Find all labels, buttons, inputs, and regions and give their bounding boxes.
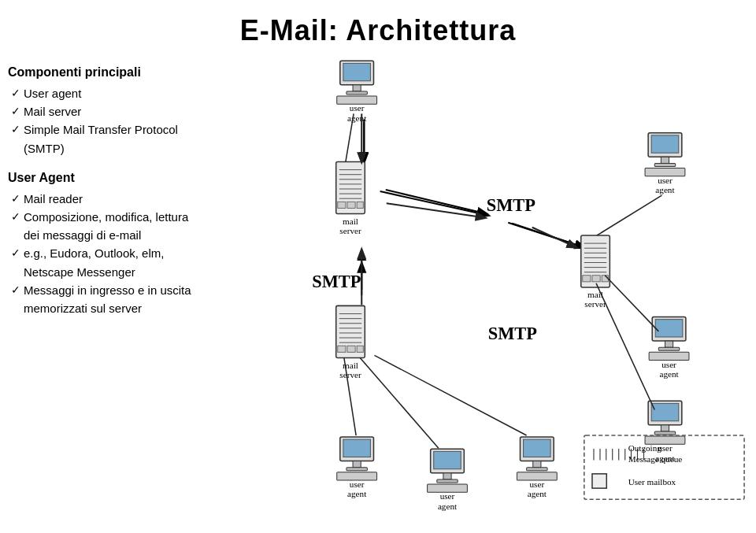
mail-server-2: mail server xyxy=(336,305,365,379)
svg-text:Outgoing: Outgoing xyxy=(628,443,662,453)
svg-text:agent: agent xyxy=(438,502,458,511)
user-agent-top: user agent xyxy=(337,61,377,122)
svg-rect-85 xyxy=(437,479,458,483)
svg-rect-55 xyxy=(651,135,679,153)
svg-rect-23 xyxy=(338,202,346,208)
item-mail-server: ✓ Mail server xyxy=(11,102,252,120)
svg-text:server: server xyxy=(584,299,606,309)
item-composizione: ✓ Composizione, modifica, letturadei mes… xyxy=(11,208,252,245)
svg-rect-63 xyxy=(665,341,673,347)
svg-rect-92 xyxy=(527,468,547,471)
svg-rect-70 xyxy=(661,425,669,431)
svg-rect-50 xyxy=(592,276,600,282)
svg-text:agent: agent xyxy=(655,185,675,194)
svg-line-105 xyxy=(360,357,439,448)
checkmark-2: ✓ xyxy=(11,103,20,120)
smtp-label-3: SMTP xyxy=(488,324,537,343)
svg-rect-9 xyxy=(343,63,371,80)
svg-rect-38 xyxy=(357,346,363,352)
svg-text:user: user xyxy=(440,491,455,501)
svg-text:server: server xyxy=(339,370,361,379)
svg-text:mail: mail xyxy=(343,217,358,226)
svg-text:Message queue: Message queue xyxy=(628,454,683,464)
svg-rect-64 xyxy=(658,347,679,350)
svg-rect-83 xyxy=(434,451,461,468)
architecture-diagram: user agent mail server SMTP SMTP xyxy=(236,43,756,531)
checkmark-7: ✓ xyxy=(11,282,20,299)
checkmark-6: ✓ xyxy=(11,245,20,262)
smtp-label-2: SMTP xyxy=(312,272,361,291)
mail-server-1: mail server xyxy=(336,161,365,235)
svg-text:user: user xyxy=(350,103,365,113)
svg-rect-25 xyxy=(357,202,363,208)
svg-rect-90 xyxy=(524,439,551,457)
svg-text:User mailbox: User mailbox xyxy=(628,477,676,487)
svg-rect-62 xyxy=(655,320,683,337)
section1-title: Componenti principali xyxy=(8,63,252,83)
section2: User Agent ✓ Mail reader ✓ Composizione,… xyxy=(8,168,252,318)
smtp-label-1: SMTP xyxy=(487,195,536,215)
item-user-agent: ✓ User agent xyxy=(11,84,252,102)
svg-rect-10 xyxy=(353,85,361,91)
user-agent-right-top: user agent xyxy=(645,133,685,194)
svg-rect-57 xyxy=(654,163,675,166)
checkmark-4: ✓ xyxy=(11,191,20,208)
checkmark-1: ✓ xyxy=(11,85,20,102)
svg-line-102 xyxy=(596,283,654,410)
svg-rect-37 xyxy=(347,346,355,352)
svg-line-98 xyxy=(532,228,576,247)
svg-text:user: user xyxy=(662,360,676,369)
user-agent-right-mid: user agent xyxy=(649,317,689,379)
svg-rect-24 xyxy=(347,202,355,208)
svg-text:server: server xyxy=(339,226,361,235)
svg-line-106 xyxy=(375,355,527,435)
user-agent-bottom-left: user agent xyxy=(337,437,377,498)
left-panel: Componenti principali ✓ User agent ✓ Mai… xyxy=(8,63,252,317)
checkmark-5: ✓ xyxy=(11,209,20,226)
svg-rect-56 xyxy=(661,157,669,163)
svg-rect-71 xyxy=(654,431,675,435)
svg-rect-111 xyxy=(592,474,606,488)
svg-text:agent: agent xyxy=(659,369,679,379)
svg-rect-77 xyxy=(353,461,361,468)
svg-text:agent: agent xyxy=(347,113,367,123)
svg-rect-91 xyxy=(533,461,541,468)
item-smtp: ✓ Simple Mail Transfer Protocol(SMTP) xyxy=(11,120,252,157)
svg-rect-69 xyxy=(651,403,679,420)
svg-rect-11 xyxy=(346,91,367,94)
user-agent-bottom-center: user agent xyxy=(428,449,468,510)
svg-text:user: user xyxy=(530,479,545,489)
section2-title: User Agent xyxy=(8,168,252,188)
item-messaggi: ✓ Messaggi in ingresso e in uscitamemori… xyxy=(11,281,252,318)
svg-text:user: user xyxy=(658,176,673,185)
svg-text:agent: agent xyxy=(528,489,547,498)
svg-rect-78 xyxy=(346,468,367,471)
svg-text:agent: agent xyxy=(347,489,367,498)
checkmark-3: ✓ xyxy=(11,121,20,139)
svg-line-6 xyxy=(508,223,584,248)
item-eudora: ✓ e.g., Eudora, Outlook, elm,Netscape Me… xyxy=(11,244,252,281)
svg-rect-36 xyxy=(338,346,346,352)
mail-server-3: mail server xyxy=(581,235,610,309)
diagram-svg: user agent mail server SMTP SMTP xyxy=(236,43,756,531)
svg-rect-84 xyxy=(443,473,451,479)
svg-line-101 xyxy=(605,276,658,331)
svg-line-100 xyxy=(597,195,662,235)
svg-rect-76 xyxy=(343,439,371,457)
item-mail-reader: ✓ Mail reader xyxy=(11,190,252,208)
svg-rect-49 xyxy=(583,276,591,282)
svg-line-1 xyxy=(380,191,488,215)
user-agent-bottom-center-right: user agent xyxy=(517,437,557,498)
svg-text:user: user xyxy=(350,479,365,489)
